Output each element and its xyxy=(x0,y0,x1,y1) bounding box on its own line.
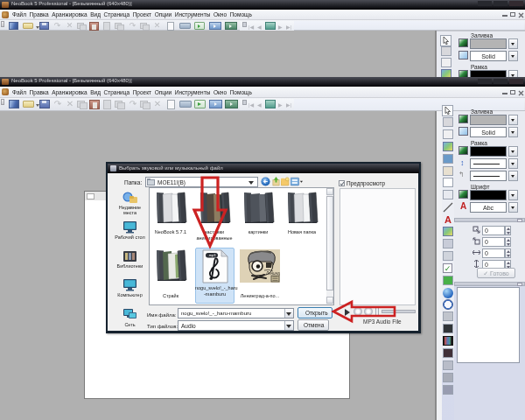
svg-text:.mp3: .mp3 xyxy=(208,253,217,257)
svg-text:Ленинград: Ленинград xyxy=(265,271,280,276)
